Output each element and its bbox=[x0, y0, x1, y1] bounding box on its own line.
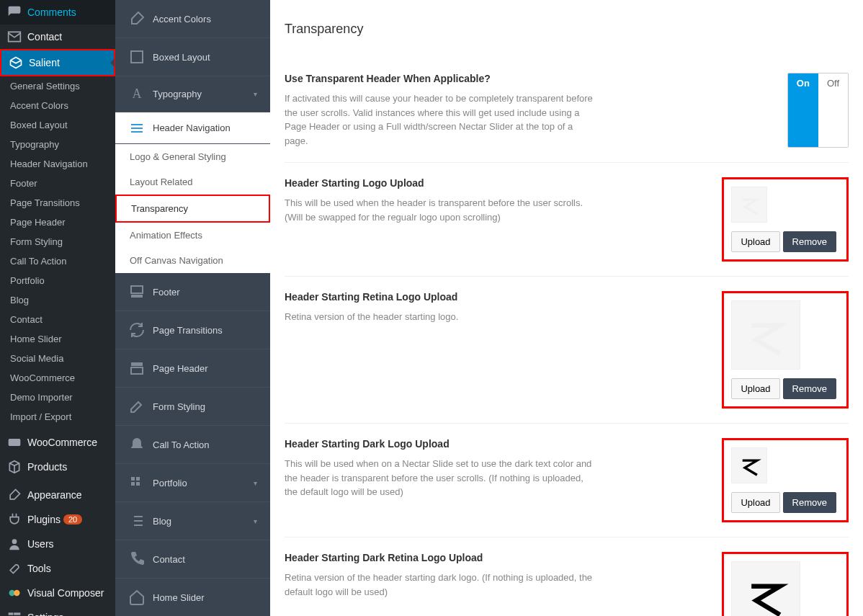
sidebar-item-settings[interactable]: Settings bbox=[0, 605, 115, 616]
chevron-down-icon: ▾ bbox=[254, 479, 257, 487]
toggle-off[interactable]: Off bbox=[818, 73, 848, 147]
sidebar-item-users[interactable]: Users bbox=[0, 532, 115, 556]
box-icon bbox=[128, 48, 146, 66]
sidebar-sub-portfolio[interactable]: Portfolio bbox=[0, 271, 115, 290]
panel-item-portfolio[interactable]: Portfolio▾ bbox=[115, 464, 270, 502]
A-icon: A bbox=[128, 86, 146, 102]
field-control: UploadRemove bbox=[616, 552, 849, 616]
sidebar-sub-header-navigation[interactable]: Header Navigation bbox=[0, 154, 115, 174]
field-description: Header Starting Dark Logo UploadThis wil… bbox=[285, 438, 594, 522]
panel-sub-layout-related[interactable]: Layout Related bbox=[115, 169, 270, 195]
mail-icon bbox=[7, 30, 22, 44]
upload-button[interactable]: Upload bbox=[731, 378, 779, 399]
logo-thumbnail bbox=[731, 447, 767, 483]
sidebar-sub-import-export[interactable]: Import / Export bbox=[0, 407, 115, 427]
sidebar-item-woocommerce[interactable]: WooCommerce bbox=[0, 430, 115, 455]
sidebar-sub-contact[interactable]: Contact bbox=[0, 310, 115, 329]
svg-rect-19 bbox=[136, 482, 140, 486]
remove-button[interactable]: Remove bbox=[783, 378, 836, 399]
panel-sub-transparency[interactable]: Transparency bbox=[115, 195, 270, 223]
panel-item-boxed-layout[interactable]: Boxed Layout bbox=[115, 38, 270, 76]
panel-item-footer[interactable]: Footer bbox=[115, 273, 270, 311]
panel-item-label: Header Navigation bbox=[153, 122, 231, 133]
toggle-on[interactable]: On bbox=[788, 73, 818, 147]
settings-icon bbox=[7, 610, 22, 616]
panel-item-label: Portfolio bbox=[153, 478, 187, 488]
svg-rect-13 bbox=[131, 295, 143, 298]
svg-rect-4 bbox=[9, 613, 13, 615]
panel-item-accent-colors[interactable]: Accent Colors bbox=[115, 0, 270, 38]
panel-sub-animation-effects[interactable]: Animation Effects bbox=[115, 223, 270, 248]
wp-admin-sidebar: CommentsContact Salient General Settings… bbox=[0, 0, 115, 616]
upload-group: UploadRemove bbox=[722, 291, 849, 409]
wrench-icon bbox=[7, 561, 22, 576]
svg-rect-16 bbox=[131, 477, 135, 481]
sidebar-item-label: Tools bbox=[27, 563, 51, 574]
sidebar-sub-typography[interactable]: Typography bbox=[0, 135, 115, 154]
bell-icon bbox=[128, 436, 146, 453]
svg-rect-0 bbox=[9, 439, 21, 446]
panel-item-call-to-action[interactable]: Call To Action bbox=[115, 426, 270, 464]
svg-rect-14 bbox=[131, 362, 143, 366]
field-help-text: Retina version of the header starting da… bbox=[285, 571, 594, 599]
svg-rect-12 bbox=[131, 286, 143, 293]
sidebar-sub-page-header[interactable]: Page Header bbox=[0, 213, 115, 232]
sidebar-item-products[interactable]: Products bbox=[0, 455, 115, 479]
sidebar-item-label: WooCommerce bbox=[27, 437, 97, 448]
panel-item-contact[interactable]: Contact bbox=[115, 540, 270, 579]
svg-rect-5 bbox=[14, 613, 20, 615]
field-control: UploadRemove bbox=[616, 438, 849, 522]
panel-item-header-navigation[interactable]: Header Navigation bbox=[115, 112, 270, 144]
sidebar-sub-social-media[interactable]: Social Media bbox=[0, 349, 115, 368]
footer-icon bbox=[128, 283, 146, 300]
sidebar-item-contact[interactable]: Contact bbox=[0, 24, 115, 49]
sidebar-item-appearance[interactable]: Appearance bbox=[0, 483, 115, 507]
toggle-transparent-header[interactable]: OnOff bbox=[787, 73, 849, 148]
panel-item-typography[interactable]: ATypography▾ bbox=[115, 76, 270, 112]
sidebar-sub-blog[interactable]: Blog bbox=[0, 290, 115, 310]
sidebar-sub-call-to-action[interactable]: Call To Action bbox=[0, 251, 115, 271]
panel-sub-logo-general-styling[interactable]: Logo & General Styling bbox=[115, 144, 270, 169]
field-row: Use Transparent Header When Applicable?I… bbox=[285, 58, 849, 163]
sidebar-sub-footer[interactable]: Footer bbox=[0, 174, 115, 193]
panel-item-home-slider[interactable]: Home Slider bbox=[115, 579, 270, 616]
vc-icon bbox=[7, 586, 22, 600]
sidebar-sub-page-transitions[interactable]: Page Transitions bbox=[0, 193, 115, 213]
upload-button[interactable]: Upload bbox=[731, 492, 779, 513]
remove-button[interactable]: Remove bbox=[783, 492, 836, 513]
refresh-icon bbox=[128, 321, 146, 339]
sidebar-sub-boxed-layout[interactable]: Boxed Layout bbox=[0, 115, 115, 135]
sidebar-item-plugins[interactable]: Plugins20 bbox=[0, 507, 115, 532]
logo-thumbnail bbox=[731, 187, 767, 223]
panel-item-page-transitions[interactable]: Page Transitions bbox=[115, 311, 270, 349]
upload-button[interactable]: Upload bbox=[731, 231, 779, 252]
sidebar-sub-general-settings[interactable]: General Settings bbox=[0, 76, 115, 96]
comment-icon bbox=[7, 5, 22, 19]
sidebar-item-visual-composer[interactable]: Visual Composer bbox=[0, 581, 115, 605]
sidebar-item-label: Visual Composer bbox=[27, 587, 104, 599]
logo-thumbnail bbox=[731, 300, 800, 370]
field-description: Use Transparent Header When Applicable?I… bbox=[285, 73, 594, 148]
plug-icon bbox=[7, 512, 22, 527]
sidebar-item-comments[interactable]: Comments bbox=[0, 0, 115, 24]
field-heading: Header Starting Retina Logo Upload bbox=[285, 291, 594, 303]
svg-rect-11 bbox=[131, 51, 143, 63]
remove-button[interactable]: Remove bbox=[783, 231, 836, 252]
panel-item-label: Footer bbox=[153, 287, 180, 298]
field-control: OnOff bbox=[616, 73, 849, 148]
sidebar-sub-accent-colors[interactable]: Accent Colors bbox=[0, 96, 115, 115]
panel-item-form-styling[interactable]: Form Styling bbox=[115, 388, 270, 426]
panel-item-page-header[interactable]: Page Header bbox=[115, 349, 270, 388]
salient-logo-icon bbox=[9, 55, 23, 70]
field-row: Header Starting Dark Logo UploadThis wil… bbox=[285, 424, 849, 537]
sidebar-sub-home-slider[interactable]: Home Slider bbox=[0, 329, 115, 349]
sidebar-sub-demo-importer[interactable]: Demo Importer bbox=[0, 388, 115, 407]
sidebar-item-tools[interactable]: Tools bbox=[0, 556, 115, 581]
sidebar-sub-woocommerce[interactable]: WooCommerce bbox=[0, 368, 115, 388]
panel-sub-off-canvas-navigation[interactable]: Off Canvas Navigation bbox=[115, 248, 270, 273]
sidebar-item-salient[interactable]: Salient bbox=[0, 49, 115, 76]
panel-item-blog[interactable]: Blog▾ bbox=[115, 502, 270, 540]
logo-thumbnail bbox=[731, 561, 800, 616]
sidebar-sub-form-styling[interactable]: Form Styling bbox=[0, 232, 115, 251]
sidebar-item-label: Appearance bbox=[27, 489, 82, 501]
